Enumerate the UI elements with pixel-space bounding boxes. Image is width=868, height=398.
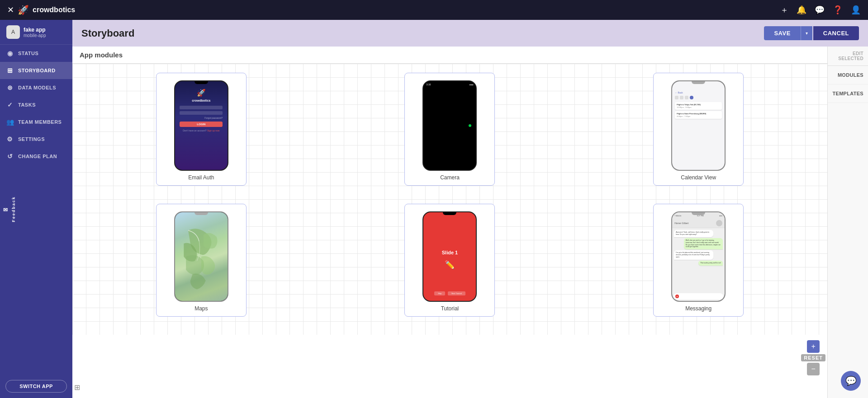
- sidebar-label-change-plan: CHANGE PLAN: [18, 154, 57, 159]
- sidebar-label-team: TEAM MEMBERS: [18, 119, 62, 125]
- logo-text: crowdbotics: [33, 6, 75, 14]
- canvas-controls: + RESET −: [801, 340, 825, 375]
- zoom-in-button[interactable]: +: [807, 340, 820, 353]
- section-label: App modules: [80, 51, 123, 59]
- sidebar-label-storyboard: STORYBOARD: [18, 68, 56, 73]
- notification-icon[interactable]: 🔔: [797, 5, 806, 15]
- team-icon: 👥: [6, 118, 14, 126]
- page-title: Storyboard: [81, 28, 134, 39]
- sidebar-label-data-models: DATA MODELS: [18, 85, 56, 90]
- sidebar-label-status: STATUS: [18, 51, 38, 56]
- sidebar-item-tasks[interactable]: ✓ TASKS: [0, 96, 72, 113]
- tab-templates[interactable]: TEMPLATES: [828, 84, 868, 103]
- module-card-calendar-view[interactable]: ← Back Flight to Tokyo-Yak ($7,750) 1: [653, 73, 744, 186]
- module-card-messaging[interactable]: T-Mobile6:27 PM●●● Homer Gilbert Awesome…: [653, 204, 744, 317]
- sidebar-item-settings[interactable]: ⚙ SETTINGS: [0, 131, 72, 148]
- phone-mockup-messaging: T-Mobile6:27 PM●●● Homer Gilbert Awesome…: [671, 211, 726, 302]
- sidebar-label-tasks: TASKS: [18, 102, 36, 108]
- status-icon: ◉: [6, 50, 14, 57]
- feedback-icon: ✉: [2, 206, 9, 213]
- edit-selected-area: EDITSELECTED: [828, 47, 868, 66]
- module-label-calendar: Calendar View: [681, 174, 716, 181]
- phone-mockup-camera: 3:16●●●: [422, 80, 477, 171]
- feedback-tab[interactable]: Feedback ✉: [0, 190, 18, 229]
- switch-app-button[interactable]: SWITCH APP: [5, 380, 67, 393]
- module-label-messaging: Messaging: [685, 305, 711, 312]
- phone-mockup-maps: [174, 211, 228, 302]
- tab-modules[interactable]: MODULES: [828, 66, 868, 84]
- settings-icon: ⚙: [6, 136, 14, 143]
- save-button[interactable]: SAVE: [764, 26, 800, 40]
- app-logo: 🚀 crowdbotics: [18, 5, 75, 15]
- top-nav: ✕ 🚀 crowdbotics ＋ 🔔 💬 ❓ 👤: [0, 0, 868, 20]
- top-nav-actions: ＋ 🔔 💬 ❓ 👤: [780, 5, 861, 15]
- tasks-icon: ✓: [6, 101, 14, 108]
- header-actions: SAVE ▾ CANCEL: [764, 26, 859, 40]
- module-label-maps: Maps: [194, 305, 208, 312]
- zoom-out-button[interactable]: −: [807, 363, 820, 375]
- edit-selected-label: EDITSELECTED: [832, 51, 863, 61]
- chat-widget[interactable]: 💬: [841, 371, 861, 391]
- feedback-label: Feedback: [11, 196, 16, 222]
- content-area: Storyboard SAVE ▾ CANCEL App modules: [72, 20, 868, 398]
- app-sub: mobile-app: [24, 33, 46, 38]
- phone-mockup-tutorial: Slide 1 ✏️ Skip Next Tutorial: [422, 211, 477, 302]
- storyboard-icon: ⊞: [6, 67, 14, 74]
- save-dropdown-button[interactable]: ▾: [801, 26, 812, 40]
- module-card-email-auth[interactable]: 🚀 crowdbotics Forgot password? LOGIN Don…: [156, 73, 247, 186]
- right-panel: EDITSELECTED MODULES TEMPLATES: [827, 47, 868, 398]
- canvas-area[interactable]: App modules 🚀 crowdbotics Forgo: [72, 47, 827, 398]
- storyboard-content: App modules 🚀 crowdbotics Forgo: [72, 47, 868, 398]
- canvas-header: App modules: [72, 47, 827, 64]
- sidebar-item-status[interactable]: ◉ STATUS: [0, 45, 72, 62]
- app-icon: A: [6, 25, 20, 39]
- sidebar: A fake app mobile-app ◉ STATUS ⊞ STORYBO…: [0, 20, 72, 398]
- sidebar-item-storyboard[interactable]: ⊞ STORYBOARD: [0, 62, 72, 79]
- module-card-camera[interactable]: 3:16●●● Camera: [404, 73, 495, 186]
- data-models-icon: ⊛: [6, 84, 14, 91]
- app-name: fake app: [24, 27, 46, 33]
- chat-icon[interactable]: 💬: [815, 5, 825, 15]
- grid-view-icon[interactable]: ⊞: [74, 383, 80, 392]
- phone-mockup-email-auth: 🚀 crowdbotics Forgot password? LOGIN Don…: [174, 80, 228, 171]
- rocket-icon: 🚀: [18, 5, 29, 15]
- sidebar-label-settings: SETTINGS: [18, 136, 45, 142]
- help-icon[interactable]: ❓: [833, 5, 843, 15]
- module-label-tutorial: Tutorial: [441, 305, 459, 312]
- sidebar-item-change-plan[interactable]: ↺ CHANGE PLAN: [0, 148, 72, 165]
- module-card-maps[interactable]: Maps: [156, 204, 247, 317]
- add-icon[interactable]: ＋: [780, 5, 788, 15]
- module-label-email-auth: Email Auth: [188, 174, 214, 181]
- module-label-camera: Camera: [440, 174, 460, 181]
- reset-button[interactable]: RESET: [801, 354, 825, 361]
- cancel-button[interactable]: CANCEL: [813, 26, 859, 40]
- sidebar-item-team-members[interactable]: 👥 TEAM MEMBERS: [0, 113, 72, 131]
- sidebar-item-data-models[interactable]: ⊛ DATA MODELS: [0, 79, 72, 96]
- app-info[interactable]: A fake app mobile-app: [0, 20, 72, 45]
- close-button[interactable]: ✕: [7, 5, 14, 15]
- phone-mockup-calendar: ← Back Flight to Tokyo-Yak ($7,750) 1: [671, 80, 726, 171]
- user-avatar[interactable]: 👤: [851, 5, 861, 15]
- storyboard-header: Storyboard SAVE ▾ CANCEL: [72, 20, 868, 47]
- canvas-grid: 🚀 crowdbotics Forgot password? LOGIN Don…: [72, 64, 827, 335]
- module-card-tutorial[interactable]: Slide 1 ✏️ Skip Next Tutorial Tutorial: [404, 204, 495, 317]
- change-plan-icon: ↺: [6, 153, 14, 160]
- right-panel-tabs: MODULES TEMPLATES: [828, 66, 868, 103]
